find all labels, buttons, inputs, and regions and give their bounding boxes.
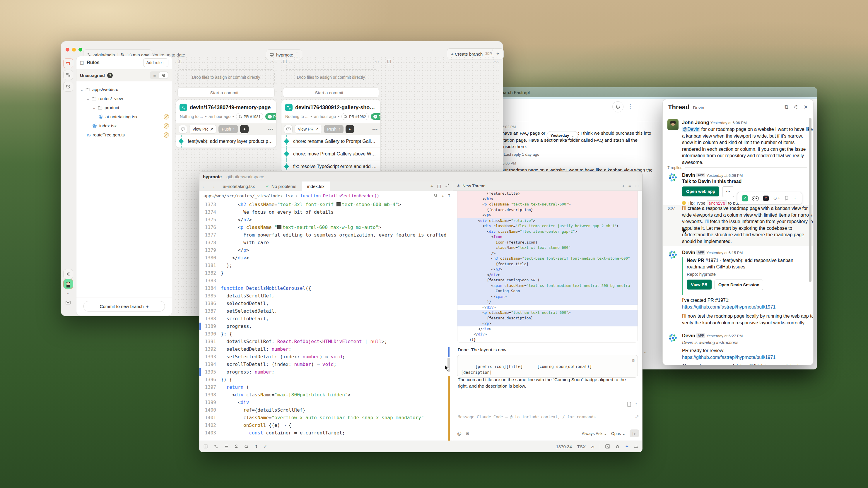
code-editor[interactable]: 1373 <h2 className="text-3xl font-serif … xyxy=(199,201,453,441)
timestamp[interactable]: Yesterday at 6:06 PM xyxy=(710,121,747,125)
zap-icon[interactable]: ↯ xyxy=(254,444,258,449)
tab-index-tsx[interactable]: index.tsx xyxy=(302,182,330,191)
ai-button[interactable]: ✦ xyxy=(240,125,249,133)
close-window-button[interactable] xyxy=(66,48,69,52)
drag-handle-icon[interactable]: ⠿⠿ xyxy=(182,59,270,64)
push-button[interactable]: Push↑ xyxy=(218,125,238,133)
copy-icon[interactable]: ⧉ xyxy=(632,357,634,363)
avatar[interactable] xyxy=(668,172,679,183)
notifications-bell-button[interactable] xyxy=(612,101,623,112)
split-pane-icon[interactable]: ◫ xyxy=(437,184,441,189)
code-line[interactable]: 1373 <h2 className="text-3xl font-serif … xyxy=(199,201,453,208)
avatar[interactable] xyxy=(668,119,679,130)
timestamp[interactable]: 6:07 xyxy=(668,206,675,210)
tree-item-ai-notetaking-tsx[interactable]: ai-notetaking.tsx xyxy=(76,112,172,121)
code-line[interactable]: 1379 </p> xyxy=(199,247,453,254)
more-actions-icon[interactable]: ⋮ xyxy=(793,196,798,201)
model-select[interactable]: Opus ⌄ xyxy=(611,431,625,436)
code-line[interactable]: 1396}) { xyxy=(199,376,453,384)
start-commit-button[interactable]: Start a commit... xyxy=(178,88,275,97)
code-line[interactable]: 1398 <div className="max-[800px]:block h… xyxy=(199,391,453,399)
mention-icon[interactable]: @ xyxy=(457,431,462,436)
zoom-window-button[interactable] xyxy=(79,48,82,52)
code-line[interactable]: 1384function DetailsMobileCarousel({ xyxy=(199,285,453,292)
add-rule-button[interactable]: Add rule + xyxy=(143,58,168,67)
rail-feedback-button[interactable] xyxy=(63,298,73,307)
start-commit-button[interactable]: Start a commit... xyxy=(283,88,379,97)
code-line[interactable]: 1393 setSelectedDetail: (index: number) … xyxy=(199,353,453,361)
thread-list-icon[interactable]: = xyxy=(628,184,631,188)
code-line[interactable]: 1381 ); xyxy=(199,262,453,269)
author-name[interactable]: John Jeong xyxy=(682,120,709,125)
code-line[interactable]: 1391 detailsScrollRef: React.RefObject<H… xyxy=(199,338,453,346)
bug-icon[interactable] xyxy=(615,444,620,449)
search-icon[interactable] xyxy=(434,194,438,198)
code-line[interactable]: 1386 selectedDetail, xyxy=(199,300,453,307)
markdown-file-icon[interactable] xyxy=(627,402,631,407)
code-line[interactable]: 1395 progress: number; xyxy=(199,368,453,376)
add-reaction-icon[interactable]: ☺+ xyxy=(773,196,780,201)
code-line[interactable]: 1374 We focus on every bit of details xyxy=(199,208,453,216)
code-line[interactable]: 1400 ref={detailsScrollRef} xyxy=(199,406,453,414)
thread-reply-fragment[interactable]: es Last reply 1 day ago xyxy=(498,152,539,157)
commit-to-new-branch-button[interactable]: Commit to new branch+ xyxy=(84,301,165,312)
commit-row[interactable]: feat(web): add memory layer product page xyxy=(176,135,276,148)
panels-icon[interactable] xyxy=(204,444,208,449)
commit-row[interactable]: fix: resolve TypeScript errors and add r… xyxy=(281,160,380,173)
dropzone[interactable]: Drop files to assign or commit directly xyxy=(283,69,379,85)
tree-item-routetree-gen-ts[interactable]: TSrouteTree.gen.ts xyxy=(76,130,172,139)
drag-handle-icon[interactable]: ⠿⠿ xyxy=(287,59,375,64)
code-line[interactable]: 1390}: { xyxy=(199,330,453,338)
code-line[interactable]: 1394 scrollToDetail: (index: number) ⇒ v… xyxy=(199,361,453,368)
check-icon[interactable]: ✓ xyxy=(264,444,267,449)
new-tab-icon[interactable]: + xyxy=(431,184,433,189)
view-toggle[interactable]: ≡ xyxy=(150,71,168,79)
collapse-lane-icon[interactable]: ◫ xyxy=(178,59,182,64)
more-options-button[interactable]: ⋯ xyxy=(722,187,734,197)
expand-icon[interactable] xyxy=(445,184,449,189)
assistant-menu-icon[interactable]: ⋯ xyxy=(635,184,639,188)
code-line[interactable]: 1387 setSelectedDetail, xyxy=(199,307,453,315)
back-icon[interactable]: ← xyxy=(199,184,209,189)
cursor-mode-icon[interactable]: I xyxy=(448,194,451,198)
editor-scrollbar[interactable] xyxy=(447,201,451,441)
tree-item-apps-web-src[interactable]: ⌄apps/web/src xyxy=(76,85,172,94)
card-menu-icon[interactable]: ••• xyxy=(372,127,378,132)
column-menu-icon[interactable]: ⋯ xyxy=(493,59,498,64)
git-branch-icon[interactable] xyxy=(214,444,218,449)
collapse-chevron-icon[interactable]: ⌄ xyxy=(643,349,647,355)
collaborators-icon[interactable] xyxy=(234,444,239,449)
collapse-lane-icon[interactable]: ◫ xyxy=(387,59,391,64)
open-web-app-button[interactable]: Open web app xyxy=(682,187,719,196)
thread-scrollbar[interactable] xyxy=(809,118,811,282)
chevron-down-icon[interactable]: ⌄ xyxy=(80,87,84,92)
code-line[interactable]: 1376 <p className="text-neutral-600 max-… xyxy=(199,224,453,231)
push-button[interactable]: Push↑ xyxy=(324,125,343,133)
send-button[interactable]: ▷ xyxy=(630,429,639,437)
ai-button[interactable]: ✦ xyxy=(346,125,354,133)
editor-titlebar[interactable]: hyprnote gitbutler/workspace xyxy=(199,171,642,182)
code-line[interactable]: 1388 scrollToDetail, xyxy=(199,315,453,323)
tab-ai-notetaking[interactable]: ai-notetaking.tsx xyxy=(218,182,260,191)
timestamp[interactable]: Yesterday at 6:06 PM xyxy=(706,173,743,178)
code-line[interactable]: 1392 selectedDetail: number; xyxy=(199,346,453,353)
dropzone[interactable]: Drop files to assign or commit directly xyxy=(178,69,275,85)
copilot-sparkle-icon[interactable]: ✦ xyxy=(625,444,629,449)
permission-mode-select[interactable]: Always Ask ⌄ xyxy=(582,431,607,436)
eyes-emoji-reaction[interactable] xyxy=(752,196,759,200)
rail-settings-button[interactable] xyxy=(63,269,73,279)
add-context-icon[interactable]: ⊕ xyxy=(466,431,469,436)
code-line[interactable]: 1385 detailsScrollRef, xyxy=(199,292,453,300)
code-line[interactable]: 1378 with care xyxy=(199,239,453,247)
review-comment-button[interactable] xyxy=(284,125,292,133)
vim-mode[interactable]: z› xyxy=(591,444,595,449)
outline-icon[interactable] xyxy=(224,444,228,449)
switcher-chevrons-icon[interactable]: ⌃⌄ xyxy=(63,290,73,294)
popout-icon[interactable]: ⧉ xyxy=(784,104,788,110)
code-line[interactable]: 1382} xyxy=(199,269,453,277)
code-line[interactable]: 1377 From powerful editing to seamless o… xyxy=(199,231,453,239)
code-line[interactable]: 1399 <div xyxy=(199,399,453,406)
code-line[interactable]: 1397 return ( xyxy=(199,384,453,391)
minimize-window-button[interactable] xyxy=(72,48,76,52)
branch-name[interactable]: devin/1764380912-gallery-shortcuts xyxy=(295,104,377,111)
